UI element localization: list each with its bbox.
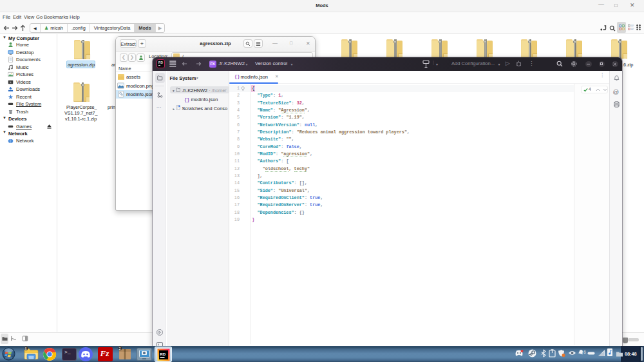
- svg-text:RD: RD: [160, 351, 166, 356]
